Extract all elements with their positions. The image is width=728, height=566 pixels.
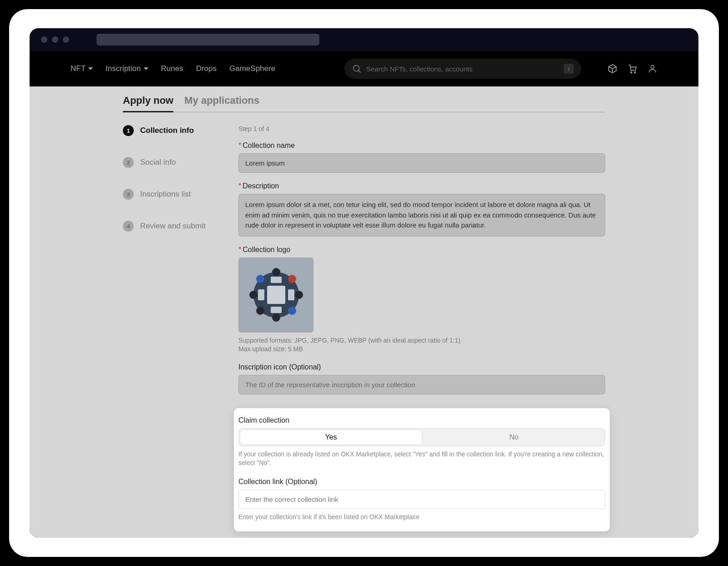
svg-point-4 bbox=[651, 66, 654, 69]
stepper: 1 Collection info 2 Social info 3 Inscri… bbox=[123, 125, 228, 538]
svg-line-1 bbox=[359, 71, 360, 72]
inscription-icon-input[interactable] bbox=[238, 375, 605, 394]
svg-rect-17 bbox=[258, 289, 264, 300]
svg-rect-18 bbox=[288, 289, 294, 300]
collection-link-help: Enter your collection's link if it's bee… bbox=[238, 513, 605, 522]
cube-icon[interactable] bbox=[607, 64, 617, 74]
svg-point-10 bbox=[295, 291, 303, 299]
step-3-label: Inscriptions list bbox=[140, 190, 191, 199]
page-inner: Apply now My applications 1 Collection i… bbox=[123, 86, 605, 538]
svg-point-14 bbox=[288, 307, 296, 315]
tab-apply-now[interactable]: Apply now bbox=[123, 95, 173, 112]
svg-point-12 bbox=[288, 275, 296, 283]
step-3[interactable]: 3 Inscriptions list bbox=[123, 189, 228, 200]
claim-collection-panel: Claim collection Yes No If your collecti… bbox=[234, 408, 610, 532]
nav-icons bbox=[607, 64, 657, 74]
logo-help: Supported formats: JPG, JEPG, PNG, WEBP … bbox=[238, 336, 605, 354]
cart-icon[interactable] bbox=[627, 64, 637, 74]
step-2[interactable]: 2 Social info bbox=[123, 157, 228, 168]
step-4-badge: 4 bbox=[123, 221, 134, 232]
tabs-row: Apply now My applications bbox=[123, 86, 605, 112]
claim-yes-button[interactable]: Yes bbox=[240, 430, 422, 445]
nav-gamesphere[interactable]: GameSphere bbox=[229, 64, 275, 73]
step-4[interactable]: 4 Review and submit bbox=[123, 221, 228, 232]
user-icon[interactable] bbox=[647, 64, 657, 74]
content-area: Apply now My applications 1 Collection i… bbox=[30, 86, 698, 538]
collection-link-input[interactable] bbox=[238, 490, 605, 509]
description-label: *Description bbox=[238, 182, 605, 190]
search-slash-badge: / bbox=[564, 64, 574, 74]
tab-my-applications[interactable]: My applications bbox=[184, 95, 259, 112]
svg-point-7 bbox=[272, 268, 280, 276]
outer-frame: NFT Inscription Runes Drops GameSphere / bbox=[9, 9, 719, 557]
svg-point-8 bbox=[272, 313, 280, 322]
search-input[interactable] bbox=[366, 65, 559, 73]
claim-help: If your collection is already listed on … bbox=[238, 450, 605, 468]
svg-point-9 bbox=[249, 291, 258, 299]
titlebar bbox=[30, 28, 698, 51]
chevron-down-icon bbox=[88, 67, 93, 70]
step-2-label: Social info bbox=[140, 158, 176, 167]
svg-point-2 bbox=[631, 72, 632, 73]
collection-logo-label: *Collection logo bbox=[238, 246, 605, 254]
svg-point-3 bbox=[634, 72, 636, 73]
traffic-min[interactable] bbox=[52, 36, 58, 43]
top-nav: NFT Inscription Runes Drops GameSphere / bbox=[30, 51, 698, 86]
nav-nft-label: NFT bbox=[71, 64, 86, 73]
collection-logo-upload[interactable] bbox=[238, 258, 313, 333]
nav-runes[interactable]: Runes bbox=[161, 64, 183, 73]
claim-no-button[interactable]: No bbox=[423, 429, 605, 446]
form-column: Step 1 of 4 *Collection name *Descriptio… bbox=[238, 125, 605, 538]
svg-rect-16 bbox=[271, 307, 282, 313]
search-box[interactable]: / bbox=[344, 59, 581, 79]
traffic-close[interactable] bbox=[41, 36, 47, 43]
claim-label: Claim collection bbox=[238, 416, 605, 424]
step-1-label: Collection info bbox=[140, 126, 194, 135]
nav-nft[interactable]: NFT bbox=[71, 64, 93, 73]
svg-point-13 bbox=[256, 307, 264, 315]
browser-window: NFT Inscription Runes Drops GameSphere / bbox=[30, 28, 698, 538]
collection-name-label: *Collection name bbox=[238, 142, 605, 150]
step-2-badge: 2 bbox=[123, 157, 134, 168]
collection-name-input[interactable] bbox=[238, 153, 605, 173]
chevron-down-icon bbox=[144, 67, 148, 70]
step-1-badge: 1 bbox=[123, 125, 134, 136]
svg-point-11 bbox=[256, 275, 264, 283]
claim-toggle-group: Yes No bbox=[238, 428, 605, 446]
step-1[interactable]: 1 Collection info bbox=[123, 125, 228, 136]
svg-rect-15 bbox=[271, 277, 282, 283]
svg-rect-6 bbox=[267, 286, 285, 304]
description-textarea[interactable]: Lorem ipsum dolor sit a met, con tetur i… bbox=[238, 194, 605, 237]
collection-logo-image bbox=[244, 263, 308, 327]
step-3-badge: 3 bbox=[123, 189, 134, 200]
main-cols: 1 Collection info 2 Social info 3 Inscri… bbox=[123, 125, 605, 538]
search-icon bbox=[352, 64, 362, 74]
step-4-label: Review and submit bbox=[140, 222, 206, 231]
url-bar[interactable] bbox=[96, 34, 319, 45]
collection-link-label: Collection link (Optional) bbox=[238, 478, 605, 486]
nav-inscription-label: Inscription bbox=[106, 64, 141, 73]
nav-drops[interactable]: Drops bbox=[196, 64, 217, 73]
nav-inscription[interactable]: Inscription bbox=[106, 64, 148, 73]
traffic-max[interactable] bbox=[63, 36, 69, 43]
inscription-icon-label: Inscription icon (Optional) bbox=[238, 363, 605, 371]
svg-point-0 bbox=[354, 66, 359, 71]
step-indicator: Step 1 of 4 bbox=[238, 125, 605, 132]
